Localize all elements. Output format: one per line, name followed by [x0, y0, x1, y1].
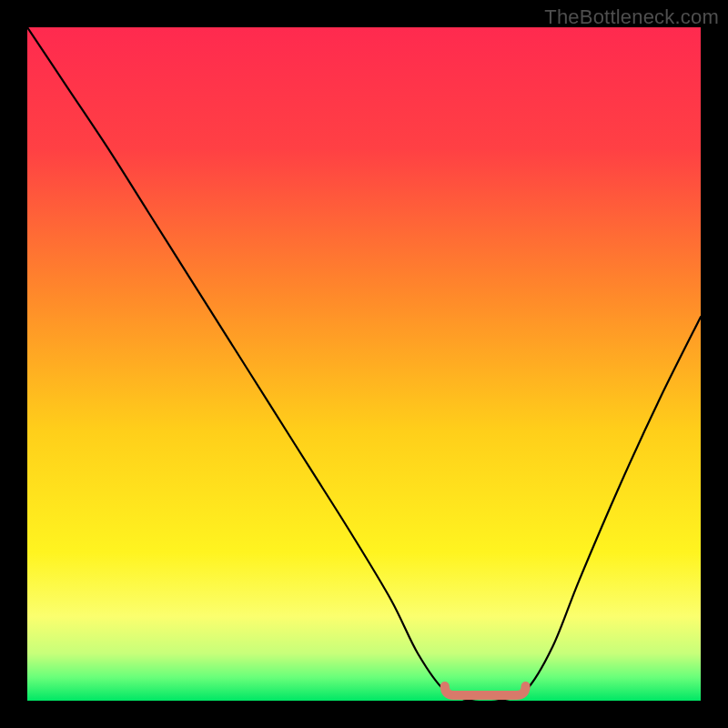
bottleneck-chart	[0, 0, 728, 728]
gradient-background	[27, 27, 701, 701]
chart-frame: TheBottleneck.com	[0, 0, 728, 728]
attribution-text: TheBottleneck.com	[544, 5, 719, 29]
